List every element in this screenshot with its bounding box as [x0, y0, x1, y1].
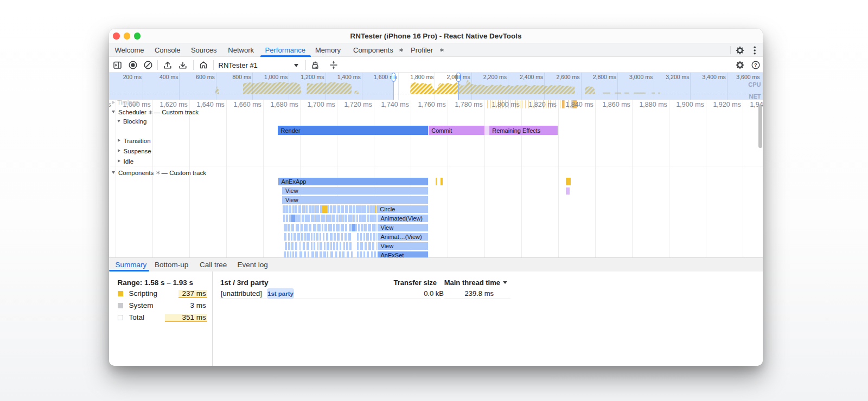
svg-text:?: ?: [754, 62, 757, 68]
